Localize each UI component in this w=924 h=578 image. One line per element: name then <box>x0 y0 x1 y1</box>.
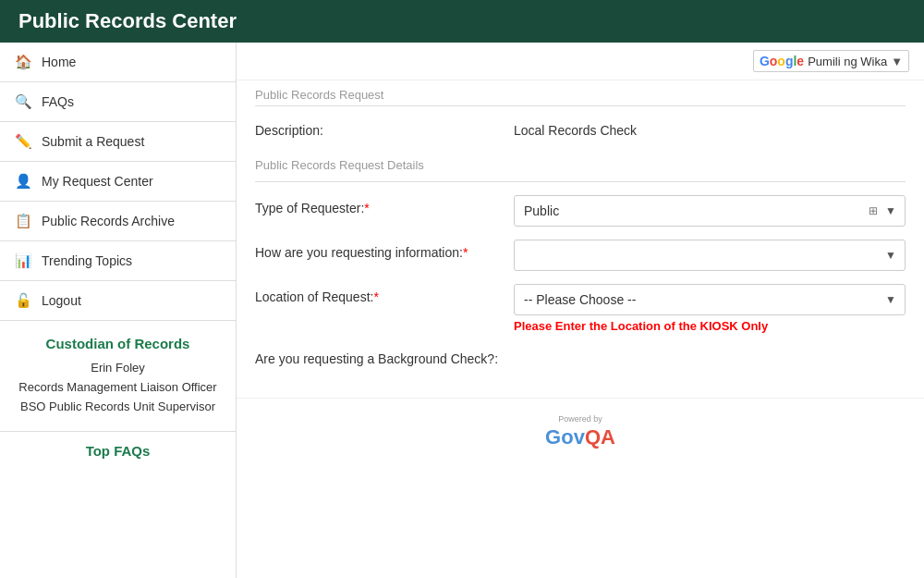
description-label: Description: <box>255 117 514 138</box>
location-error: Please Enter the Location of the KIOSK O… <box>514 319 906 333</box>
translate-label: Pumili ng Wika <box>808 55 887 68</box>
govqa-logo: Powered by GovQA <box>545 414 615 449</box>
sidebar-item-trending-label: Trending Topics <box>42 253 132 268</box>
main-content: Google Pumili ng Wika ▼ Public Records R… <box>237 43 924 578</box>
required-marker2: * <box>463 245 468 260</box>
background-check-row: Are you requesting a Background Check?: <box>255 346 906 366</box>
govqa-brand: GovQA <box>545 425 615 449</box>
search-icon: 🔍 <box>15 93 32 110</box>
translate-widget[interactable]: Google Pumili ng Wika ▼ <box>753 50 909 72</box>
sidebar-item-home[interactable]: 🏠 Home <box>0 43 236 82</box>
section2-header: Public Records Request Details <box>255 151 906 182</box>
home-icon: 🏠 <box>15 54 32 70</box>
description-value: Local Records Check <box>514 117 906 138</box>
sidebar-item-submit-request[interactable]: ✏️ Submit a Request <box>0 122 236 162</box>
translate-bar: Google Pumili ng Wika ▼ <box>237 43 924 80</box>
google-icon: Google <box>760 54 804 68</box>
type-of-requester-row: Type of Requester:* Public Government At… <box>255 195 906 227</box>
location-row: Location of Request:* -- Please Choose -… <box>255 284 906 333</box>
archive-icon: 📋 <box>15 213 32 229</box>
top-faqs-title: Top FAQs <box>15 443 221 459</box>
trending-icon: 📊 <box>15 252 32 269</box>
app-title: Public Records Center <box>18 9 237 33</box>
location-label: Location of Request:* <box>255 284 514 304</box>
top-faqs-section: Top FAQs <box>0 432 236 470</box>
user-icon: 👤 <box>15 173 32 190</box>
how-requesting-select[interactable]: In Person Online Mail <box>514 240 906 271</box>
sidebar-item-faqs[interactable]: 🔍 FAQs <box>0 82 236 122</box>
required-marker3: * <box>373 289 378 304</box>
location-field: -- Please Choose -- Kiosk 1 Kiosk 2 ▼ Pl… <box>514 284 906 333</box>
how-requesting-label: How are you requesting information:* <box>255 240 514 260</box>
location-select-wrapper: -- Please Choose -- Kiosk 1 Kiosk 2 ▼ <box>514 284 906 315</box>
app-header: Public Records Center <box>0 0 924 43</box>
sidebar-item-archive-label: Public Records Archive <box>42 214 175 228</box>
sidebar-item-logout-label: Logout <box>42 293 81 308</box>
sidebar-item-faqs-label: FAQs <box>42 94 74 109</box>
type-of-requester-select[interactable]: Public Government Attorney <box>514 195 906 227</box>
section1-header: Public Records Request <box>255 80 906 106</box>
type-of-requester-field: Public Government Attorney ⊞ ▼ <box>514 195 906 227</box>
type-of-requester-label: Type of Requester:* <box>255 195 514 215</box>
custodian-section: Custodian of Records Erin Foley Records … <box>0 321 236 432</box>
custodian-name: Erin Foley Records Management Liaison Of… <box>15 359 221 416</box>
govqa-gov-text: Gov <box>545 425 585 449</box>
govqa-qa-text: QA <box>585 425 615 449</box>
main-layout: 🏠 Home 🔍 FAQs ✏️ Submit a Request 👤 My R… <box>0 43 924 578</box>
custodian-title: Custodian of Records <box>15 336 221 351</box>
background-check-label: Are you requesting a Background Check?: <box>255 346 514 366</box>
sidebar-item-public-records-archive[interactable]: 📋 Public Records Archive <box>0 202 236 241</box>
edit-icon: ✏️ <box>15 133 32 150</box>
sidebar-nav: 🏠 Home 🔍 FAQs ✏️ Submit a Request 👤 My R… <box>0 43 236 321</box>
how-requesting-select-wrapper: In Person Online Mail ▼ <box>514 240 906 271</box>
type-of-requester-select-wrapper: Public Government Attorney ⊞ ▼ <box>514 195 906 227</box>
location-select[interactable]: -- Please Choose -- Kiosk 1 Kiosk 2 <box>514 284 906 315</box>
required-marker: * <box>364 201 369 215</box>
sidebar-item-logout[interactable]: 🔓 Logout <box>0 281 236 321</box>
sidebar-item-request-center-label: My Request Center <box>42 174 153 189</box>
how-requesting-row: How are you requesting information:* In … <box>255 240 906 271</box>
sidebar-item-my-request-center[interactable]: 👤 My Request Center <box>0 162 236 202</box>
sidebar: 🏠 Home 🔍 FAQs ✏️ Submit a Request 👤 My R… <box>0 43 237 578</box>
select-grid-icon: ⊞ <box>869 204 878 217</box>
how-requesting-field: In Person Online Mail ▼ <box>514 240 906 271</box>
sidebar-item-trending-topics[interactable]: 📊 Trending Topics <box>0 241 236 281</box>
powered-by-text: Powered by <box>558 414 602 424</box>
sidebar-item-submit-label: Submit a Request <box>42 134 144 149</box>
footer: Powered by GovQA <box>237 398 924 461</box>
logout-icon: 🔓 <box>15 292 32 309</box>
form-area: Public Records Request Description: Loca… <box>237 80 924 398</box>
sidebar-item-home-label: Home <box>42 55 76 69</box>
description-row: Description: Local Records Check <box>255 117 906 138</box>
translate-dropdown-arrow: ▼ <box>891 55 903 68</box>
